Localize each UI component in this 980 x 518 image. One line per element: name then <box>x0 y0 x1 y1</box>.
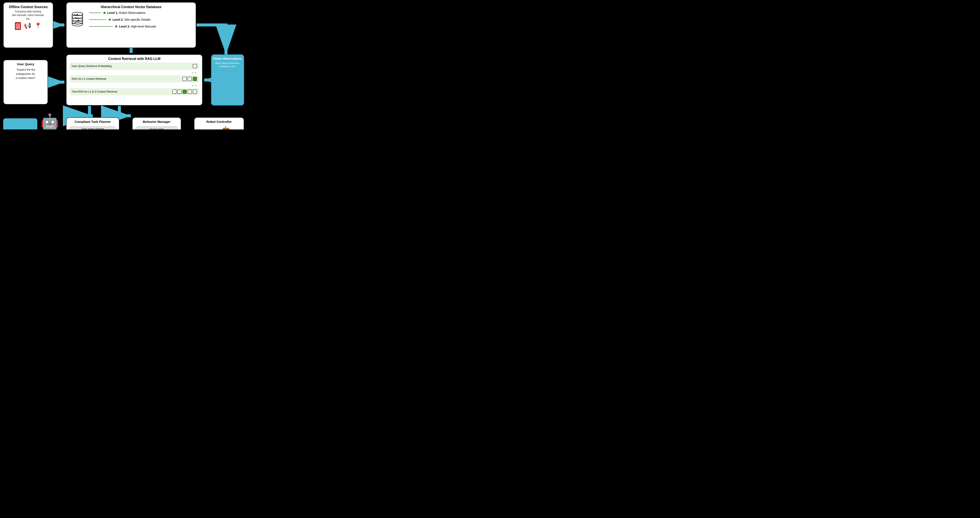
robot-controller-box: Robot Controller <box>194 117 244 129</box>
offline-icons: USER GUIDE 📢 📍 <box>6 22 51 30</box>
rag-row-1-nodes <box>193 64 197 68</box>
bullhorn-icon: 📢 <box>24 22 31 30</box>
hcvd-inner: Level 1. Robot Observations Level 2. Sit… <box>70 11 192 28</box>
rag-box: Context Retrieval with RAG LLM User Quer… <box>66 54 202 105</box>
location-icon: 📍 <box>34 22 42 30</box>
svg-point-20 <box>75 22 76 23</box>
robot-dog-icon <box>197 126 241 129</box>
level-3-text: Level 3. High-level Manuals <box>119 25 156 28</box>
level-3-dot <box>115 26 117 27</box>
bm-title: Behavior Manager <box>135 120 178 123</box>
rag-row-2-nodes <box>183 77 197 81</box>
hcvd-title: Hierarchical Context Vector Database <box>70 5 192 9</box>
rag-node <box>172 89 177 94</box>
user-input-bar <box>3 118 37 129</box>
bm-items: Go to room Inspect object <box>135 126 178 129</box>
rc-title: Robot Controller <box>197 120 241 123</box>
rag-row-3-label: Tree-RAG for L2 & 3 Context Retrieval <box>72 90 172 93</box>
compliant-task-planner-box: Compliant Task Planner User query planne… <box>66 117 119 129</box>
robobs-title: Robot Observations <box>213 57 242 61</box>
rag-node-green <box>183 89 187 94</box>
offline-subtitle: Company-wide training,site manuals, robo… <box>6 10 51 21</box>
level-2-line <box>89 19 106 20</box>
level-2-text: Level 2. Site-specific Details <box>113 18 150 21</box>
ctp-item-1: User query planner <box>69 126 116 129</box>
svg-point-18 <box>75 17 76 18</box>
query-title: User Query <box>6 62 45 66</box>
level-3-line <box>89 26 113 27</box>
rag-row-2-label: RAG for L1 Context Retrieval <box>72 77 183 80</box>
level-3-item: Level 3. High-level Manuals <box>89 25 156 28</box>
rag-arrow-1: ↙ ↘ <box>70 71 199 74</box>
rag-row-2: RAG for L1 Context Retrieval <box>70 75 199 83</box>
offline-context-box: Offline Context Sources Company-wide tra… <box>3 2 53 48</box>
rag-rows: User Query Sentence Embedding ↙ ↘ RAG fo… <box>70 62 199 95</box>
ctp-title: Compliant Task Planner <box>69 120 116 123</box>
rag-node <box>193 64 197 68</box>
rag-row-1: User Query Sentence Embedding <box>70 62 199 70</box>
robot-dog-svg <box>207 126 231 129</box>
level-2-item: Level 2. Site-specific Details <box>89 18 156 21</box>
rag-node <box>183 77 187 81</box>
level-1-dot <box>103 12 105 14</box>
offline-title: Offline Context Sources <box>6 5 51 9</box>
levels-list: Level 1. Robot Observations Level 2. Sit… <box>89 11 156 28</box>
rag-title: Context Retrieval with RAG LLM <box>70 57 199 61</box>
svg-point-26 <box>225 126 226 128</box>
user-query-box: User Query "Inspect the fireextinguisher… <box>3 60 48 105</box>
level-1-text: Level 1. Robot Observations <box>107 11 145 14</box>
rag-node <box>188 77 192 81</box>
svg-point-19 <box>78 20 79 21</box>
rag-node-green <box>193 77 197 81</box>
robobs-subtitle: (Raw, object inspection, semantics, etc.… <box>213 62 242 68</box>
hcvd-box: Hierarchical Context Vector Database <box>66 2 196 48</box>
rag-row-3-nodes <box>172 89 197 94</box>
rag-node <box>177 89 181 94</box>
rag-node <box>188 89 192 94</box>
robot-observations-box: Robot Observations (Raw, object inspecti… <box>211 54 244 105</box>
level-2-dot <box>109 19 111 21</box>
user-guide-icon: USER GUIDE <box>15 22 21 30</box>
query-text: "Inspect the fireextinguisher fora routi… <box>6 68 45 80</box>
bm-item-go-to-room: Go to room <box>135 126 178 129</box>
rag-arrow-2: ↙ ↘ <box>70 84 199 87</box>
ctp-items: User query planner Re-planner from robot… <box>69 126 116 129</box>
svg-point-16 <box>75 14 75 15</box>
svg-rect-22 <box>223 128 229 129</box>
robot-character: 🤖 <box>40 114 59 129</box>
rag-row-1-label: User Query Sentence Embedding <box>72 65 193 68</box>
level-1-item: Level 1. Robot Observations <box>89 11 156 14</box>
database-icon <box>70 11 85 28</box>
level-1-line <box>89 13 101 13</box>
rag-row-3: Tree-RAG for L2 & 3 Context Retrieval <box>70 88 199 95</box>
behavior-manager-box: Behavior Manager Go to room Inspect obje… <box>132 117 181 129</box>
svg-point-17 <box>77 14 78 15</box>
rag-node <box>193 89 197 94</box>
